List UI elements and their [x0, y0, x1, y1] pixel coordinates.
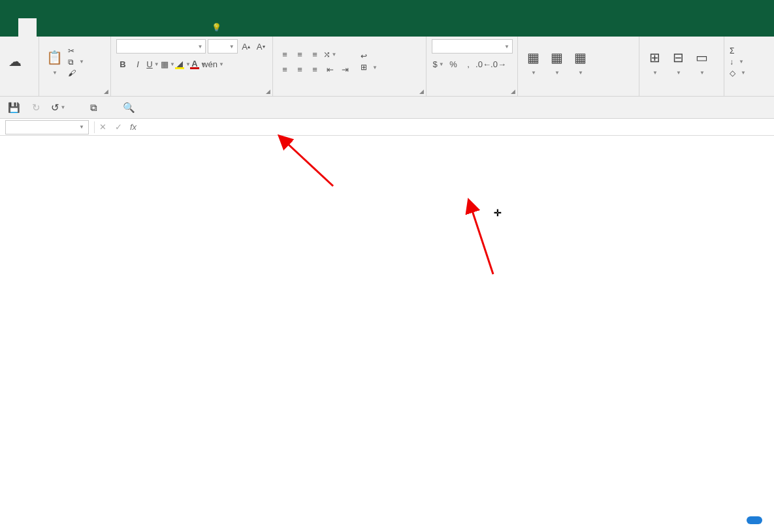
autosum-button[interactable]: Σ	[730, 46, 746, 55]
group-font: ▼ ▼ A▴ A▾ B I U▼ ▦▼ ◢▼ A▼ wén▼ ◢	[111, 37, 273, 96]
comma-button[interactable]: ,	[462, 57, 475, 70]
quick-access-toolbar: 💾 ↻ ↺▼ ⧉ 🔍	[0, 97, 774, 119]
group-wechat: ☁	[0, 37, 39, 96]
group-label-align	[278, 84, 421, 95]
font-size-combo[interactable]: ▼	[208, 39, 237, 54]
fill-color-button[interactable]: ◢▼	[176, 57, 189, 70]
svg-line-1	[472, 209, 493, 274]
qat-btn-1[interactable]: ⧉	[86, 101, 101, 115]
tab-pagelayout[interactable]	[73, 18, 91, 37]
redo-icon: ↻	[32, 102, 40, 114]
title-bar	[0, 0, 774, 18]
wechat-icon: ☁	[5, 52, 25, 71]
group-label-clipboard	[44, 84, 105, 95]
number-format-combo[interactable]: ▼	[432, 39, 513, 54]
sigma-icon: Σ	[730, 46, 734, 55]
group-cells: ⊞▼ ⊟▼ ▭▼	[639, 37, 724, 96]
insert-cells-button[interactable]: ⊞▼	[645, 48, 664, 76]
magnifier-icon: 🔍	[123, 102, 135, 114]
group-alignment: ≡ ≡ ≡ ⤭▼ ≡ ≡ ≡ ⇤ ⇥ ↩ ⊞▼ ◢	[273, 37, 427, 96]
conditional-format-button[interactable]: ▦▼	[523, 48, 543, 76]
bold-button[interactable]: B	[116, 57, 129, 70]
decrease-decimal-button[interactable]: .0→	[492, 57, 505, 70]
decrease-font-button[interactable]: A▾	[254, 40, 267, 53]
watermark	[747, 516, 767, 524]
percent-button[interactable]: %	[447, 57, 460, 70]
tab-insert[interactable]	[55, 18, 73, 37]
merge-icon: ⊞	[361, 63, 367, 72]
accounting-format-button[interactable]: $▼	[432, 57, 445, 70]
align-left-button[interactable]: ≡	[278, 63, 291, 76]
delete-cells-button[interactable]: ⊟▼	[668, 48, 688, 76]
merge-center-button[interactable]: ⊞▼	[361, 63, 378, 72]
increase-decimal-button[interactable]: .0←	[477, 57, 490, 70]
group-label-editing	[730, 84, 769, 95]
font-name-combo[interactable]: ▼	[116, 39, 206, 54]
undo-button[interactable]: ↺▼	[51, 101, 65, 115]
tab-home[interactable]	[18, 18, 37, 37]
cond-format-icon: ▦	[523, 48, 543, 67]
italic-button[interactable]: I	[131, 57, 144, 70]
font-dialog-launcher[interactable]: ◢	[266, 88, 270, 95]
cell-styles-button[interactable]: ▦▼	[570, 48, 590, 76]
underline-button[interactable]: U▼	[146, 57, 159, 70]
wrap-text-button[interactable]: ↩	[361, 52, 378, 61]
table-format-button[interactable]: ▦▼	[547, 48, 566, 76]
redo-button[interactable]: ↻	[29, 101, 43, 115]
increase-indent-button[interactable]: ⇥	[338, 63, 351, 76]
tab-review[interactable]	[128, 18, 146, 37]
delete-icon: ⊟	[668, 48, 688, 67]
fx-icon[interactable]: fx	[130, 122, 137, 132]
copy-button[interactable]: ⧉▼	[68, 57, 84, 67]
clipboard-dialog-launcher[interactable]: ◢	[104, 88, 108, 95]
border-button[interactable]: ▦▼	[161, 57, 174, 70]
cancel-formula-button[interactable]: ✕	[95, 122, 110, 132]
format-painter-button[interactable]: 🖌	[68, 69, 84, 78]
tab-data[interactable]	[110, 18, 128, 37]
number-dialog-launcher[interactable]: ◢	[511, 88, 515, 95]
increase-font-button[interactable]: A▴	[240, 40, 253, 53]
tell-me-box[interactable]: 💡	[212, 18, 225, 37]
group-label-font	[116, 84, 267, 95]
formula-bar: ▼ ✕ ✓ fx	[0, 119, 774, 136]
tab-file[interactable]	[0, 18, 18, 37]
table-icon: ▦	[547, 48, 566, 67]
tab-developer[interactable]	[165, 18, 183, 37]
align-center-button[interactable]: ≡	[293, 63, 306, 76]
print-preview-button[interactable]: 🔍	[121, 101, 136, 115]
group-number: ▼ $▼ % , .0← .0→ ◢	[427, 37, 518, 96]
wrap-icon: ↩	[361, 52, 367, 61]
tab-pdf[interactable]	[183, 18, 201, 37]
ribbon-tabs: 💡	[0, 18, 774, 37]
lightbulb-icon: 💡	[212, 23, 221, 32]
align-bottom-button[interactable]: ≡	[308, 48, 321, 61]
clipboard-icon: 📋	[44, 48, 64, 67]
clear-button[interactable]: ◇▼	[730, 69, 746, 78]
orientation-button[interactable]: ⤭▼	[323, 48, 336, 61]
tab-view[interactable]	[146, 18, 165, 37]
cell-cursor-icon: ✛	[494, 208, 502, 218]
format-cells-button[interactable]: ▭▼	[692, 48, 711, 76]
align-middle-button[interactable]: ≡	[293, 48, 306, 61]
format-icon: ▭	[692, 48, 711, 67]
scissors-icon: ✂	[68, 46, 74, 55]
save-icon: 💾	[8, 102, 20, 114]
tab-formulas[interactable]	[91, 18, 110, 37]
group-styles: ▦▼ ▦▼ ▦▼	[518, 37, 639, 96]
tab-templates[interactable]	[37, 18, 55, 37]
cut-button[interactable]: ✂	[68, 46, 84, 55]
accept-formula-button[interactable]: ✓	[110, 122, 126, 132]
align-dialog-launcher[interactable]: ◢	[419, 88, 424, 95]
save-button[interactable]: 💾	[7, 101, 21, 115]
align-top-button[interactable]: ≡	[278, 48, 291, 61]
fill-button[interactable]: ↓▼	[730, 57, 746, 67]
phonetic-button[interactable]: wén▼	[206, 57, 219, 70]
paste-button[interactable]: 📋 ▼	[44, 48, 64, 76]
send-to-wechat-button[interactable]: ☁	[5, 52, 25, 72]
name-box[interactable]: ▼	[5, 120, 89, 134]
copy-icon: ⧉	[68, 57, 74, 67]
watermark-tag	[747, 516, 762, 524]
align-right-button[interactable]: ≡	[308, 63, 321, 76]
decrease-indent-button[interactable]: ⇤	[323, 63, 336, 76]
svg-line-0	[286, 142, 333, 186]
